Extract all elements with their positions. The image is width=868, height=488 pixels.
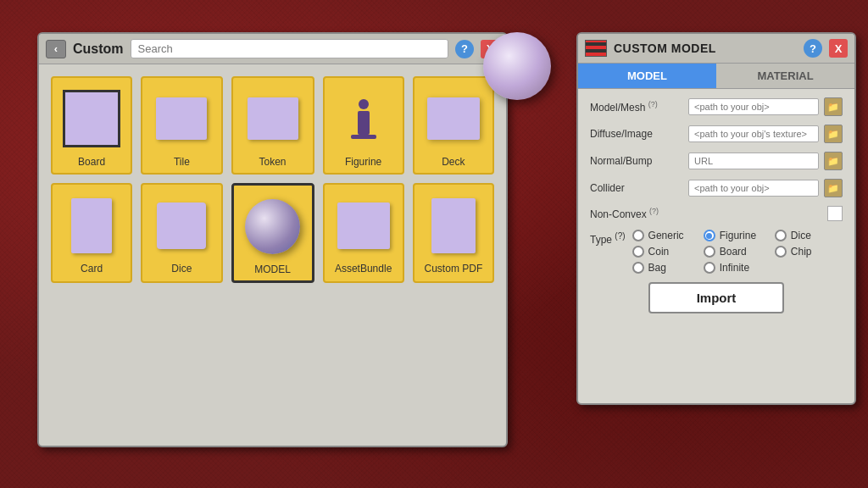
normal-bump-folder-button[interactable]: 📁 xyxy=(824,152,843,170)
dice-thumb xyxy=(147,191,215,259)
custompdf-thumb xyxy=(420,191,487,259)
diffuse-image-row: Diffuse/Image 📁 xyxy=(590,125,843,143)
radio-bag[interactable] xyxy=(632,262,644,274)
grid-item-dice[interactable]: Dice xyxy=(141,183,222,283)
import-button[interactable]: Import xyxy=(648,282,784,313)
model-body: Model/Mesh (?) 📁 Diffuse/Image 📁 Normal/… xyxy=(578,89,854,322)
model-panel-header: CUSTOM MODEL ? X xyxy=(578,34,854,64)
normal-bump-input[interactable] xyxy=(688,152,819,169)
radio-coin[interactable] xyxy=(632,246,644,258)
radio-dice[interactable] xyxy=(775,230,787,241)
custompdf-shape xyxy=(431,198,476,253)
card-label: Card xyxy=(81,263,103,274)
tab-material[interactable]: MATERIAL xyxy=(716,64,854,88)
items-grid: Board Tile Token Figurine xyxy=(39,64,506,295)
model-mesh-input[interactable] xyxy=(688,98,819,115)
grid-item-card[interactable]: Card xyxy=(51,183,132,283)
figurine-thumb xyxy=(330,85,398,152)
radio-board[interactable] xyxy=(704,246,715,258)
figurine-shape xyxy=(351,99,376,139)
dice-label: Dice xyxy=(171,263,192,274)
deck-thumb xyxy=(420,85,487,152)
type-label: Type (?) xyxy=(590,230,626,246)
model-panel: CUSTOM MODEL ? X MODEL MATERIAL Model/Me… xyxy=(576,32,856,405)
model-panel-title: CUSTOM MODEL xyxy=(614,42,797,55)
card-thumb xyxy=(58,191,125,259)
type-options-grid: Generic Figurine Dice Coin Board xyxy=(632,230,843,274)
type-section: Type (?) Generic Figurine Dice xyxy=(590,230,843,274)
grid-item-model[interactable]: MODEL xyxy=(231,183,314,283)
assetbundle-thumb xyxy=(330,191,398,259)
model-close-button[interactable]: X xyxy=(829,39,848,58)
type-option-coin[interactable]: Coin xyxy=(632,246,700,258)
deck-label: Deck xyxy=(442,156,465,168)
search-input[interactable] xyxy=(131,39,448,58)
radio-figurine[interactable] xyxy=(704,230,715,241)
tab-model[interactable]: MODEL xyxy=(578,64,716,88)
type-board-label: Board xyxy=(720,246,747,258)
collider-label: Collider xyxy=(590,182,683,194)
model-icon xyxy=(585,40,607,57)
model-tabs: MODEL MATERIAL xyxy=(578,64,854,89)
non-convex-row: Non-Convex (?) xyxy=(590,206,843,221)
tile-shape xyxy=(156,97,207,140)
grid-item-custompdf[interactable]: Custom PDF xyxy=(413,183,494,283)
type-option-board[interactable]: Board xyxy=(704,246,771,258)
grid-item-board[interactable]: Board xyxy=(51,76,132,175)
grid-item-token[interactable]: Token xyxy=(231,76,314,175)
non-convex-checkbox[interactable] xyxy=(827,206,843,221)
radio-chip[interactable] xyxy=(775,246,787,258)
dice-shape xyxy=(157,202,206,249)
grid-item-assetbundle[interactable]: AssetBundle xyxy=(323,183,404,283)
diffuse-image-input[interactable] xyxy=(688,125,819,142)
panel-title: Custom xyxy=(73,42,124,57)
type-option-bag[interactable]: Bag xyxy=(632,262,700,274)
type-help: (?) xyxy=(615,231,625,241)
type-option-infinite[interactable]: Infinite xyxy=(704,262,771,274)
type-option-figurine[interactable]: Figurine xyxy=(704,230,771,241)
normal-bump-label: Normal/Bump xyxy=(590,155,683,167)
non-convex-label: Non-Convex (?) xyxy=(590,207,683,220)
preview-sphere xyxy=(483,32,551,100)
board-thumb xyxy=(58,85,125,152)
card-shape xyxy=(71,198,112,253)
radio-generic[interactable] xyxy=(632,230,644,241)
grid-item-deck[interactable]: Deck xyxy=(413,76,494,175)
help-button[interactable]: ? xyxy=(455,40,474,58)
type-option-chip[interactable]: Chip xyxy=(775,246,843,258)
token-shape xyxy=(248,97,298,140)
type-option-dice[interactable]: Dice xyxy=(775,230,843,241)
diffuse-image-label: Diffuse/Image xyxy=(590,128,683,140)
grid-item-figurine[interactable]: Figurine xyxy=(323,76,404,175)
collider-row: Collider 📁 xyxy=(590,179,843,197)
non-convex-help: (?) xyxy=(649,207,659,215)
radio-infinite[interactable] xyxy=(704,262,715,274)
board-label: Board xyxy=(78,156,105,168)
custom-panel-header: ‹ Custom ? X xyxy=(39,34,506,64)
grid-item-tile[interactable]: Tile xyxy=(141,76,222,175)
type-coin-label: Coin xyxy=(648,246,670,258)
type-figurine-label: Figurine xyxy=(720,230,756,241)
figurine-label: Figurine xyxy=(345,156,381,168)
model-mesh-help: (?) xyxy=(648,100,658,108)
model-sphere xyxy=(245,199,300,254)
token-label: Token xyxy=(259,156,286,168)
model-help-button[interactable]: ? xyxy=(804,39,822,58)
custompdf-label: Custom PDF xyxy=(425,263,483,274)
back-button[interactable]: ‹ xyxy=(46,40,66,58)
type-generic-label: Generic xyxy=(648,230,684,241)
diffuse-image-folder-button[interactable]: 📁 xyxy=(824,125,843,143)
model-label: MODEL xyxy=(254,263,291,275)
type-option-generic[interactable]: Generic xyxy=(632,230,700,241)
model-mesh-row: Model/Mesh (?) 📁 xyxy=(590,97,843,116)
collider-folder-button[interactable]: 📁 xyxy=(824,179,843,197)
model-mesh-label: Model/Mesh (?) xyxy=(590,100,683,114)
type-chip-label: Chip xyxy=(791,246,812,258)
assetbundle-shape xyxy=(337,202,390,249)
type-infinite-label: Infinite xyxy=(720,262,749,274)
token-thumb xyxy=(239,85,307,152)
custom-panel: ‹ Custom ? X Board Tile Token xyxy=(37,32,508,447)
model-mesh-folder-button[interactable]: 📁 xyxy=(824,97,843,116)
collider-input[interactable] xyxy=(688,180,819,197)
tile-label: Tile xyxy=(174,156,190,168)
